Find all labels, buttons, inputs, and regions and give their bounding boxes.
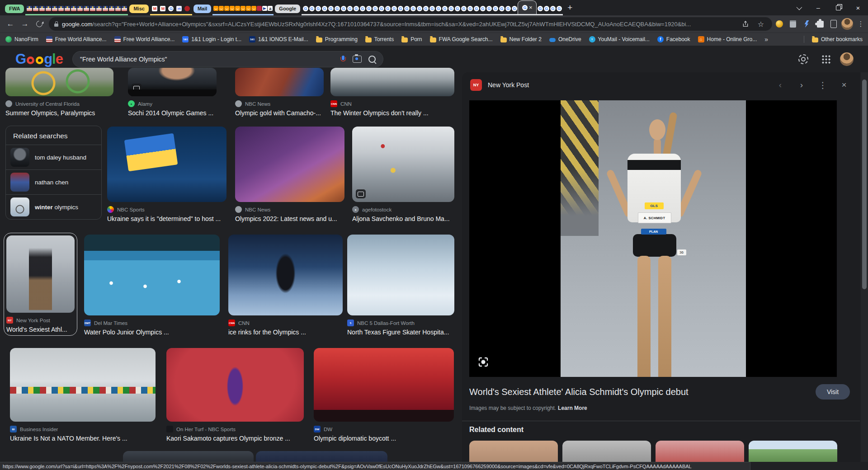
result-title[interactable]: Water Polo Junior Olympics ...	[84, 329, 220, 336]
result-thumbnail[interactable]	[235, 127, 344, 202]
browser-tab[interactable]	[347, 3, 353, 14]
bookmark-item[interactable]: Programming	[316, 36, 358, 42]
browser-tab[interactable]	[159, 3, 167, 14]
browser-tab[interactable]	[556, 3, 562, 14]
learn-more-link[interactable]: Learn More	[558, 405, 587, 411]
bookmark-item[interactable]: FWA Google Search...	[430, 36, 493, 42]
browser-tab[interactable]	[423, 3, 429, 14]
bookmark-item[interactable]: OneDrive	[549, 36, 581, 42]
browser-tab[interactable]	[262, 3, 267, 14]
bookmark-item[interactable]: Torrents	[365, 36, 394, 42]
image-result[interactable]: DMT Del Mar Times Water Polo Junior Olym…	[84, 235, 220, 336]
tab-search-button[interactable]	[788, 0, 808, 15]
image-result[interactable]: BI Business Insider Ukraine Is Not a NAT…	[10, 348, 156, 442]
browser-tab[interactable]	[416, 3, 422, 14]
browser-tab[interactable]	[83, 3, 89, 14]
browser-tab[interactable]	[219, 3, 224, 14]
search-input[interactable]: "Free World Alliance Olympics"	[80, 56, 334, 63]
preview-photo[interactable]: GLS A. SCHMIDT PLAN 36	[561, 100, 746, 377]
bookmark-item[interactable]: NanoFirm	[5, 36, 38, 42]
browser-tab[interactable]	[257, 3, 262, 14]
device-toolbar-button[interactable]	[827, 18, 840, 30]
result-title[interactable]: The Winter Olympics don't really ...	[330, 109, 454, 117]
browser-tab[interactable]	[404, 3, 410, 14]
browser-tab[interactable]	[58, 3, 64, 14]
address-bar[interactable]: google.com/search?q="Free+World+Alliance…	[49, 17, 772, 31]
result-title[interactable]: Aljona Savchenko and Bruno Ma...	[352, 215, 454, 222]
reload-button[interactable]	[33, 17, 46, 31]
browser-tab[interactable]	[505, 3, 511, 14]
google-lens-button[interactable]	[477, 356, 489, 370]
apps-grid-icon[interactable]	[822, 55, 830, 64]
browser-tab[interactable]	[543, 3, 549, 14]
result-thumbnail[interactable]	[352, 127, 454, 202]
related-content-thumbnail[interactable]	[656, 441, 744, 462]
browser-menu-button[interactable]: ⋮	[854, 18, 867, 30]
result-title[interactable]: Olympics 2022: Latest news and u...	[235, 215, 344, 222]
share-button[interactable]	[740, 18, 751, 30]
result-thumbnail[interactable]	[10, 348, 156, 422]
result-thumbnail[interactable]	[107, 127, 226, 202]
related-search-item[interactable]: tom daley husband	[6, 145, 101, 169]
google-logo[interactable]: Google	[15, 51, 63, 67]
tab-group-label[interactable]: Mail	[193, 5, 211, 13]
active-tab[interactable]: ×	[518, 0, 537, 14]
browser-tab[interactable]	[121, 3, 127, 14]
forward-button[interactable]: →	[18, 17, 32, 31]
browser-tab[interactable]	[184, 3, 191, 14]
browser-tab[interactable]	[213, 3, 218, 14]
browser-tab[interactable]	[302, 3, 308, 14]
browser-tab[interactable]	[429, 3, 435, 14]
result-title[interactable]: ice rinks for the Olympics ...	[228, 329, 343, 336]
browser-tab[interactable]	[410, 3, 416, 14]
bookmark-item[interactable]: 1&1 1&1 Login - Login t...	[182, 36, 241, 42]
image-result[interactable]: DW DW Olympic diplomatic boycott ...	[314, 348, 454, 442]
browser-tab[interactable]	[33, 3, 38, 14]
back-button[interactable]: ←	[4, 17, 17, 31]
browser-tab[interactable]	[461, 3, 467, 14]
browser-tab[interactable]	[151, 3, 159, 14]
image-result[interactable]: CNN CNN The Winter Olympics don't really…	[330, 68, 454, 117]
result-thumbnail[interactable]	[347, 235, 454, 315]
image-result[interactable]: NBC News Olympic gold with Camacho-...	[235, 68, 324, 117]
result-title[interactable]: Ukraine says it is "determined" to host …	[107, 215, 226, 222]
browser-tab[interactable]	[251, 3, 256, 14]
image-result[interactable]: CNN CNN ice rinks for the Olympics ...	[228, 235, 343, 336]
camera-icon[interactable]	[353, 56, 362, 63]
browser-tab[interactable]	[397, 3, 403, 14]
extension-docs-button[interactable]	[787, 18, 799, 30]
image-result[interactable]: NY New York Post World's Sexiest Athl...	[4, 233, 77, 336]
scrollbar-thumb[interactable]	[862, 80, 867, 289]
browser-tab[interactable]	[486, 3, 492, 14]
result-title[interactable]: Summer Olympics, Paralympics	[5, 109, 113, 117]
close-preview-button[interactable]: ×	[836, 77, 852, 93]
browser-tab[interactable]	[175, 3, 183, 14]
browser-tab[interactable]	[359, 3, 365, 14]
browser-tab[interactable]	[246, 3, 251, 14]
result-title[interactable]: Olympic diplomatic boycott ...	[314, 435, 454, 442]
browser-tab[interactable]	[39, 3, 45, 14]
bookmark-item[interactable]: Y YouMail - Voicemail...	[589, 36, 650, 42]
result-thumbnail[interactable]	[228, 235, 343, 315]
browser-tab[interactable]	[473, 3, 479, 14]
image-result[interactable]: a agefotostock Aljona Savchenko and Brun…	[352, 127, 454, 222]
related-search-item[interactable]: nathan chen	[6, 169, 101, 194]
browser-tab[interactable]	[45, 3, 51, 14]
related-content-thumbnail[interactable]	[562, 441, 651, 462]
account-avatar[interactable]	[840, 52, 854, 66]
related-search-item[interactable]: winter olympics	[6, 194, 101, 219]
result-thumbnail[interactable]	[166, 348, 304, 422]
extension-coin-button[interactable]	[773, 18, 786, 30]
other-bookmarks-button[interactable]: Other bookmarks	[812, 36, 863, 42]
image-result[interactable]: a Alamy Sochi 2014 Olympic Games ...	[128, 68, 217, 117]
result-title[interactable]: Kaori Sakamoto captures Olympic bronze .…	[166, 435, 304, 442]
browser-tab[interactable]	[340, 3, 346, 14]
browser-tab[interactable]	[550, 3, 556, 14]
browser-tab[interactable]	[96, 3, 102, 14]
bookmarks-overflow-button[interactable]: »	[764, 36, 768, 43]
browser-tab[interactable]	[315, 3, 321, 14]
browser-tab[interactable]	[328, 3, 334, 14]
page-scrollbar[interactable]	[861, 72, 868, 462]
result-thumbnail[interactable]	[314, 348, 454, 422]
browser-tab[interactable]	[442, 3, 448, 14]
